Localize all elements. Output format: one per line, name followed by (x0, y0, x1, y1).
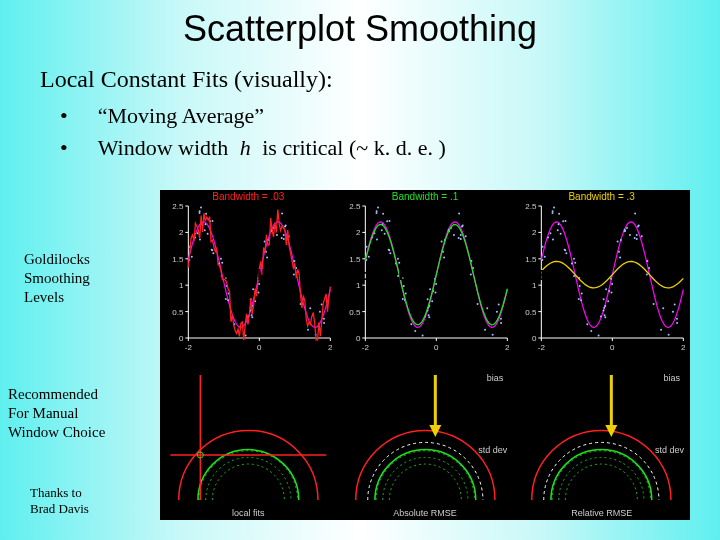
svg-point-143 (486, 307, 488, 309)
svg-text:2: 2 (532, 228, 537, 237)
svg-point-239 (542, 259, 544, 261)
svg-point-226 (603, 298, 605, 300)
svg-point-66 (252, 288, 254, 290)
svg-point-210 (565, 220, 567, 222)
svg-point-144 (496, 311, 498, 313)
svg-point-237 (638, 224, 640, 226)
svg-point-65 (200, 207, 202, 209)
svg-point-128 (398, 262, 400, 264)
svg-point-77 (307, 329, 309, 331)
svg-point-153 (377, 207, 379, 209)
svg-point-247 (641, 235, 643, 237)
bullet-item: • Window width h is critical (~ k. d. e.… (60, 135, 720, 161)
svg-point-221 (605, 316, 607, 318)
svg-point-251 (552, 238, 554, 240)
svg-point-25 (258, 283, 260, 285)
panel-footer: Absolute RMSE (393, 508, 457, 518)
svg-point-133 (428, 316, 430, 318)
overlay-too-small: Too Small (195, 266, 266, 283)
svg-point-165 (484, 329, 486, 331)
svg-point-57 (293, 260, 295, 262)
svg-point-205 (674, 304, 676, 306)
svg-point-146 (443, 257, 445, 259)
svg-point-140 (402, 298, 404, 300)
svg-point-31 (323, 322, 325, 324)
svg-point-56 (319, 311, 321, 313)
svg-point-211 (604, 314, 606, 316)
svg-point-218 (626, 227, 628, 229)
svg-point-172 (453, 234, 455, 236)
variable-h: h (234, 135, 257, 160)
svg-point-72 (281, 212, 283, 214)
svg-point-175 (365, 246, 367, 248)
svg-point-158 (367, 256, 369, 258)
svg-point-199 (581, 293, 583, 295)
svg-point-138 (426, 298, 428, 300)
panel-relative-rmse: bias std dev Relative RMSE (513, 355, 690, 520)
svg-point-216 (575, 262, 577, 264)
svg-point-125 (386, 220, 388, 222)
svg-point-170 (476, 303, 478, 305)
svg-text:0.5: 0.5 (526, 308, 538, 317)
svg-point-34 (212, 220, 214, 222)
overlay-about-right: About Right (340, 266, 426, 283)
svg-point-39 (199, 210, 201, 212)
svg-point-44 (207, 233, 209, 235)
svg-point-246 (544, 256, 546, 258)
recommended-label: Recommended For Manual Window Choice (8, 385, 105, 441)
svg-point-203 (620, 239, 622, 241)
svg-text:1.5: 1.5 (349, 255, 361, 264)
svg-point-220 (560, 233, 562, 235)
svg-point-233 (647, 260, 649, 262)
svg-point-28 (212, 252, 214, 254)
bullet-post: is critical (~ k. d. e. ) (262, 135, 446, 160)
svg-point-164 (440, 240, 442, 242)
svg-text:0.5: 0.5 (349, 308, 361, 317)
svg-point-243 (624, 229, 626, 231)
svg-point-261 (598, 334, 600, 336)
svg-point-222 (547, 237, 549, 239)
svg-point-70 (191, 256, 193, 258)
svg-point-29 (321, 304, 323, 306)
svg-text:-2: -2 (361, 343, 369, 352)
svg-point-242 (605, 288, 607, 290)
svg-point-121 (459, 234, 461, 236)
svg-point-252 (617, 240, 619, 242)
svg-point-217 (608, 300, 610, 302)
svg-point-84 (276, 234, 278, 236)
svg-point-207 (676, 322, 678, 324)
bullet-pre: Window width (98, 135, 229, 160)
bias-label: bias (487, 373, 504, 383)
overlay-too-big: Too Big (508, 266, 563, 283)
svg-point-254 (611, 292, 613, 294)
svg-point-78 (257, 292, 259, 294)
svg-point-196 (604, 307, 606, 309)
svg-point-83 (211, 249, 213, 251)
svg-point-111 (404, 293, 406, 295)
svg-point-262 (609, 290, 611, 292)
goldilocks-label: Goldilocks Smoothing Levels (24, 250, 90, 306)
svg-point-245 (668, 334, 670, 336)
thanks-label: Thanks to Brad Davis (30, 485, 89, 518)
svg-text:1.5: 1.5 (526, 255, 538, 264)
svg-point-132 (383, 233, 385, 235)
svg-point-213 (562, 220, 564, 222)
svg-point-253 (660, 329, 662, 331)
bandwidth-label: Bandwidth = .1 (392, 191, 458, 202)
svg-point-173 (421, 334, 423, 336)
svg-point-117 (497, 304, 499, 306)
stddev-label: std dev (478, 445, 507, 455)
svg-point-258 (653, 303, 655, 305)
bandwidth-label: Bandwidth = .3 (568, 191, 634, 202)
svg-point-228 (578, 298, 580, 300)
svg-point-123 (427, 314, 429, 316)
svg-point-204 (566, 252, 568, 254)
svg-point-73 (220, 258, 222, 260)
svg-point-129 (431, 300, 433, 302)
slide-title: Scatterplot Smoothing (0, 0, 720, 50)
svg-point-201 (611, 283, 613, 285)
svg-point-160 (458, 212, 460, 214)
svg-point-33 (283, 234, 285, 236)
svg-point-126 (414, 330, 416, 332)
bullet-text: Window width h is critical (~ k. d. e. ) (98, 135, 446, 161)
